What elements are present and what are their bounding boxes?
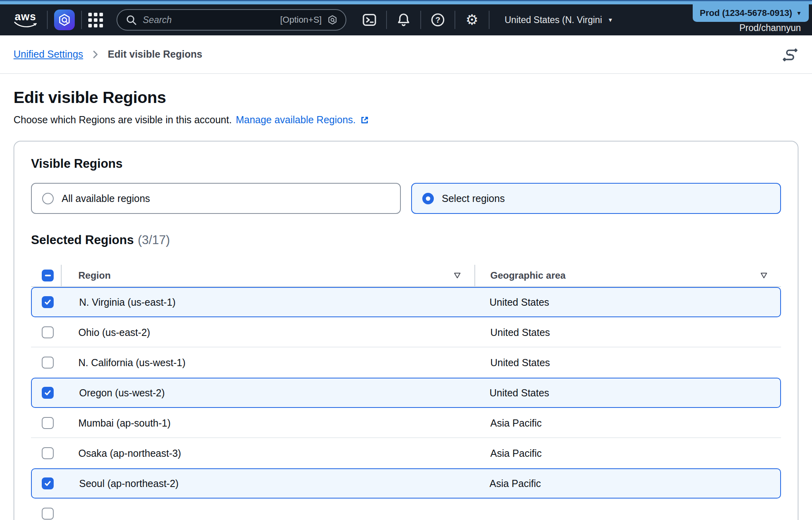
table-row[interactable]: Oregon (us-west-2) United States — [31, 378, 781, 408]
workflow-icon[interactable] — [782, 46, 798, 63]
option-label: Select regions — [442, 193, 505, 204]
aws-logo[interactable]: aws — [10, 12, 41, 28]
table-row[interactable] — [31, 499, 781, 520]
search-bar[interactable]: [Option+S] — [117, 9, 346, 31]
profile-name: Prod/channyun — [739, 23, 801, 33]
breadcrumb-current: Edit visible Regions — [108, 49, 202, 60]
nav-divider — [489, 11, 490, 29]
regions-table-body: N. Virginia (us-east-1) United States Oh… — [31, 287, 781, 520]
check-icon — [44, 298, 52, 306]
region-cell: Seoul (ap-northeast-2) — [62, 478, 474, 489]
search-input[interactable] — [143, 15, 274, 25]
filter-icon[interactable] — [454, 272, 461, 279]
row-checkbox[interactable] — [42, 447, 54, 459]
nav-divider — [420, 11, 421, 29]
bell-icon — [396, 12, 411, 27]
region-cell: N. California (us-west-1) — [61, 357, 474, 369]
geographic-area-cell: United States — [474, 327, 781, 338]
row-checkbox[interactable] — [42, 296, 54, 308]
breadcrumb-chevron-icon — [91, 49, 100, 60]
top-navigation: aws [Option+S] — [0, 4, 812, 35]
option-all-available-regions[interactable]: All available regions — [31, 183, 401, 214]
breadcrumb: Unified Settings Edit visible Regions — [0, 35, 812, 74]
selected-regions-count: (3/17) — [138, 233, 170, 247]
table-row[interactable]: N. California (us-west-1) United States — [31, 347, 781, 378]
search-shortcut-hint: [Option+S] — [280, 15, 322, 25]
nav-divider — [386, 11, 387, 29]
table-header: Region Geographic area — [31, 265, 781, 287]
column-header-region: Region — [78, 270, 111, 281]
account-badge-label: Prod (1234-5678-0913) — [700, 8, 792, 18]
page-title: Edit visible Regions — [14, 88, 798, 107]
region-selector[interactable]: United States (N. Virgini ▼ — [505, 15, 613, 25]
row-checkbox[interactable] — [42, 357, 54, 369]
q-hexagon-icon — [58, 13, 71, 27]
account-badge[interactable]: Prod (1234-5678-0913) ▼ — [693, 4, 809, 22]
option-label: All available regions — [62, 193, 150, 204]
row-checkbox[interactable] — [42, 326, 54, 338]
external-link-icon — [360, 115, 369, 125]
region-mode-options: All available regions Select regions — [31, 183, 781, 214]
main-content: Edit visible Regions Choose which Region… — [0, 88, 812, 520]
search-icon — [125, 14, 137, 26]
q-shortcut-icon — [327, 15, 338, 25]
help-icon: ? — [430, 12, 445, 27]
svg-text:?: ? — [435, 15, 441, 24]
gear-icon: ⚙ — [466, 13, 478, 27]
geographic-area-cell: Asia Pacific — [474, 478, 780, 489]
aws-logo-text: aws — [15, 12, 36, 21]
indeterminate-icon — [45, 275, 51, 276]
nav-divider — [47, 11, 48, 29]
region-selector-label: United States (N. Virgini — [505, 15, 602, 25]
aws-smile-icon — [14, 21, 37, 28]
geographic-area-cell: United States — [474, 387, 780, 399]
select-all-checkbox[interactable] — [42, 270, 54, 281]
row-checkbox[interactable] — [42, 508, 54, 520]
table-row[interactable]: Seoul (ap-northeast-2) Asia Pacific — [31, 468, 781, 499]
card-heading: Visible Regions — [31, 157, 781, 171]
row-checkbox[interactable] — [42, 417, 54, 429]
cloudshell-button[interactable] — [359, 10, 380, 30]
services-grid-icon[interactable] — [88, 13, 103, 27]
row-checkbox[interactable] — [42, 387, 54, 399]
region-cell: Mumbai (ap-south-1) — [61, 417, 474, 429]
nav-divider — [81, 11, 82, 29]
table-row[interactable]: Osaka (ap-northeast-3) Asia Pacific — [31, 438, 781, 468]
cloudshell-terminal-icon — [361, 12, 377, 28]
breadcrumb-link-unified-settings[interactable]: Unified Settings — [14, 49, 83, 60]
check-icon — [44, 479, 52, 487]
settings-button[interactable]: ⚙ — [462, 10, 482, 30]
radio-unselected-icon[interactable] — [42, 193, 54, 204]
column-header-geographic-area: Geographic area — [490, 270, 565, 281]
manage-regions-link[interactable]: Manage available Regions. — [236, 114, 356, 126]
region-cell: Osaka (ap-northeast-3) — [61, 448, 474, 459]
visible-regions-card: Visible Regions All available regions Se… — [14, 141, 798, 520]
row-checkbox[interactable] — [42, 477, 54, 489]
notifications-button[interactable] — [393, 10, 414, 30]
nav-divider — [455, 11, 455, 29]
geographic-area-cell: United States — [474, 357, 781, 369]
region-cell: Ohio (us-east-2) — [61, 327, 474, 338]
table-row[interactable]: Mumbai (ap-south-1) Asia Pacific — [31, 408, 781, 438]
region-cell: N. Virginia (us-east-1) — [62, 297, 474, 308]
region-cell: Oregon (us-west-2) — [62, 387, 474, 399]
geographic-area-cell: United States — [474, 297, 780, 308]
table-row[interactable]: N. Virginia (us-east-1) United States — [31, 287, 781, 317]
caret-down-icon: ▼ — [608, 17, 613, 23]
filter-icon[interactable] — [760, 272, 767, 279]
option-select-regions[interactable]: Select regions — [411, 183, 781, 214]
table-row[interactable]: Ohio (us-east-2) United States — [31, 317, 781, 347]
caret-down-icon: ▼ — [796, 10, 802, 16]
geographic-area-cell: Asia Pacific — [474, 417, 781, 429]
console-top-strip — [0, 0, 812, 4]
radio-selected-icon[interactable] — [422, 193, 434, 204]
amazon-q-icon[interactable] — [54, 10, 75, 30]
check-icon — [44, 389, 52, 397]
page-description: Choose which Regions are visible in this… — [14, 114, 232, 126]
geographic-area-cell: Asia Pacific — [474, 448, 781, 459]
help-button[interactable]: ? — [427, 10, 448, 30]
selected-regions-heading: Selected Regions(3/17) — [31, 233, 781, 247]
